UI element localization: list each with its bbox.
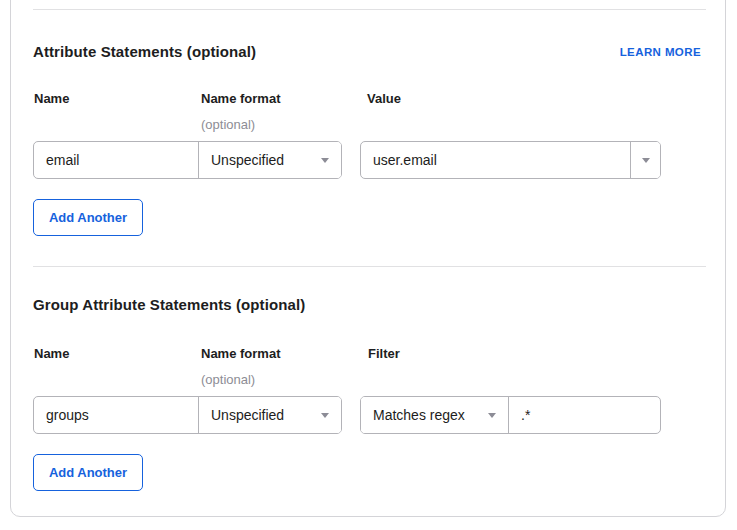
group-name-format-value: Unspecified bbox=[211, 407, 313, 423]
group-filter-type-value: Matches regex bbox=[373, 407, 480, 423]
group-attribute-name-input[interactable] bbox=[34, 397, 199, 433]
add-another-group-attribute-button[interactable]: Add Another bbox=[33, 454, 143, 491]
chevron-down-icon bbox=[642, 158, 650, 163]
column-header-name-format: Name format bbox=[201, 347, 280, 361]
add-another-attribute-button[interactable]: Add Another bbox=[33, 199, 143, 236]
group-attribute-statements-title: Group Attribute Statements (optional) bbox=[33, 297, 305, 313]
attribute-name-format-select[interactable]: Unspecified bbox=[199, 142, 341, 178]
attribute-value-expression-dropdown-button[interactable] bbox=[630, 142, 660, 178]
chevron-down-icon bbox=[321, 158, 329, 163]
page-viewport: Attribute Statements (optional) LEARN MO… bbox=[0, 0, 737, 530]
column-header-optional-note: (optional) bbox=[201, 373, 255, 387]
column-header-filter: Filter bbox=[368, 347, 400, 361]
attribute-name-format-value: Unspecified bbox=[211, 152, 313, 168]
column-header-name-format: Name format bbox=[201, 92, 280, 106]
attribute-name-format-group: Unspecified bbox=[33, 141, 342, 179]
attribute-name-input[interactable] bbox=[34, 142, 199, 178]
group-filter-type-select[interactable]: Matches regex bbox=[361, 397, 509, 433]
group-name-format-group: Unspecified bbox=[33, 396, 342, 434]
chevron-down-icon bbox=[321, 413, 329, 418]
column-header-optional-note: (optional) bbox=[201, 118, 255, 132]
group-filter-group: Matches regex bbox=[360, 396, 661, 434]
column-header-value: Value bbox=[367, 92, 401, 106]
saml-settings-card: Attribute Statements (optional) LEARN MO… bbox=[10, 0, 726, 517]
group-filter-value-input[interactable] bbox=[509, 397, 660, 433]
attribute-statements-title: Attribute Statements (optional) bbox=[33, 44, 256, 60]
divider bbox=[33, 266, 706, 267]
attribute-value-group bbox=[360, 141, 661, 179]
group-name-format-select[interactable]: Unspecified bbox=[199, 397, 341, 433]
learn-more-link[interactable]: LEARN MORE bbox=[620, 46, 701, 58]
column-header-name: Name bbox=[34, 92, 69, 106]
divider bbox=[33, 9, 706, 10]
chevron-down-icon bbox=[488, 413, 496, 418]
column-header-name: Name bbox=[34, 347, 69, 361]
attribute-value-input[interactable] bbox=[361, 142, 630, 178]
